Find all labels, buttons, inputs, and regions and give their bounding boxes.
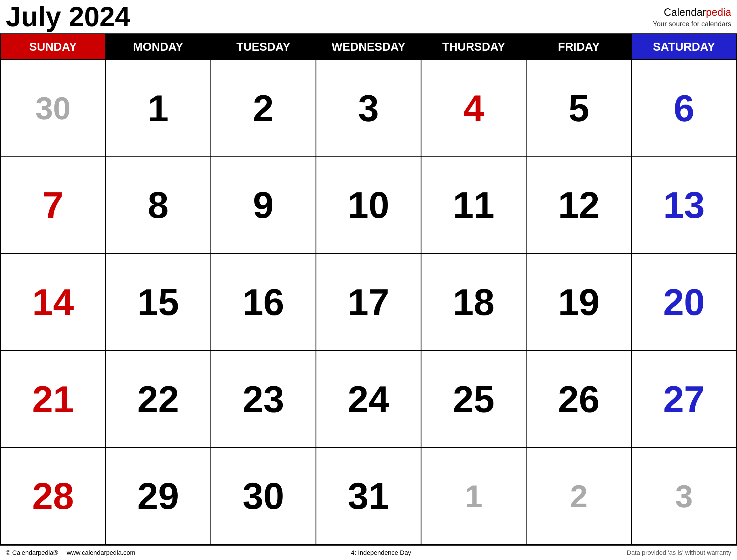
calendar-cell[interactable]: 21 bbox=[1, 351, 106, 448]
calendar-grid: SundayMondayTuesdayWednesdayThursdayFrid… bbox=[0, 33, 737, 545]
footer-disclaimer: Data provided 'as is' without warranty bbox=[627, 549, 731, 557]
calendar-cell[interactable]: 15 bbox=[106, 254, 211, 351]
brand-name: Calendarpedia bbox=[653, 6, 731, 19]
calendar-cell[interactable]: 6 bbox=[632, 60, 737, 157]
calendar-cell[interactable]: 1 bbox=[106, 60, 211, 157]
calendar-cell[interactable]: 13 bbox=[632, 157, 737, 254]
day-header-friday: Friday bbox=[526, 34, 632, 60]
calendar-cell[interactable]: 27 bbox=[632, 351, 737, 448]
calendar-cell[interactable]: 2 bbox=[211, 60, 317, 157]
calendar-cell[interactable]: 12 bbox=[526, 157, 632, 254]
month-title: July 2024 bbox=[6, 3, 130, 31]
calendar-cell[interactable]: 9 bbox=[211, 157, 317, 254]
day-header-tuesday: Tuesday bbox=[211, 34, 317, 60]
footer-website: www.calendarpedia.com bbox=[67, 549, 135, 557]
calendar-cell[interactable]: 18 bbox=[421, 254, 526, 351]
calendar-cell[interactable]: 30 bbox=[211, 448, 317, 545]
day-header-saturday: Saturday bbox=[632, 34, 737, 60]
calendar-cell[interactable]: 10 bbox=[317, 157, 421, 254]
calendar-cell[interactable]: 4 bbox=[421, 60, 526, 157]
calendar-cell[interactable]: 30 bbox=[1, 60, 106, 157]
calendar-cell[interactable]: 7 bbox=[1, 157, 106, 254]
day-headers: SundayMondayTuesdayWednesdayThursdayFrid… bbox=[1, 34, 737, 60]
brand-logo: Calendarpedia Your source for calendars bbox=[653, 3, 731, 28]
calendar-cell[interactable]: 23 bbox=[211, 351, 317, 448]
calendar-cell[interactable]: 14 bbox=[1, 254, 106, 351]
calendar-week-1: 30123456 bbox=[1, 60, 737, 157]
calendar-cell[interactable]: 29 bbox=[106, 448, 211, 545]
calendar-cell[interactable]: 20 bbox=[632, 254, 737, 351]
footer-copyright: © Calendarpedia® bbox=[6, 549, 58, 557]
day-header-sunday: Sunday bbox=[1, 34, 106, 60]
calendar-cell[interactable]: 19 bbox=[526, 254, 632, 351]
calendar-cell[interactable]: 16 bbox=[211, 254, 317, 351]
calendar-cell[interactable]: 3 bbox=[317, 60, 421, 157]
calendar-cell[interactable]: 3 bbox=[632, 448, 737, 545]
header-row: July 2024 Calendarpedia Your source for … bbox=[0, 0, 737, 33]
day-header-thursday: Thursday bbox=[421, 34, 526, 60]
day-header-monday: Monday bbox=[106, 34, 211, 60]
calendar-week-5: 28293031123 bbox=[1, 448, 737, 545]
calendar-cell[interactable]: 24 bbox=[317, 351, 421, 448]
brand-tagline: Your source for calendars bbox=[653, 19, 731, 28]
calendar-cell[interactable]: 22 bbox=[106, 351, 211, 448]
calendar-cell[interactable]: 11 bbox=[421, 157, 526, 254]
calendar-week-3: 14151617181920 bbox=[1, 254, 737, 351]
brand-highlight: pedia bbox=[706, 6, 731, 18]
calendar-cell[interactable]: 8 bbox=[106, 157, 211, 254]
calendar-cell[interactable]: 5 bbox=[526, 60, 632, 157]
day-header-wednesday: Wednesday bbox=[317, 34, 421, 60]
calendar-wrapper: July 2024 Calendarpedia Your source for … bbox=[0, 0, 737, 560]
footer-left: © Calendarpedia® www.calendarpedia.com bbox=[6, 549, 135, 557]
calendar-cell[interactable]: 1 bbox=[421, 448, 526, 545]
calendar-cell[interactable]: 25 bbox=[421, 351, 526, 448]
calendar-cell[interactable]: 26 bbox=[526, 351, 632, 448]
calendar-cell[interactable]: 31 bbox=[317, 448, 421, 545]
calendar-week-4: 21222324252627 bbox=[1, 351, 737, 448]
footer-holiday-note: 4: Independence Day bbox=[351, 549, 411, 557]
calendar-cell[interactable]: 28 bbox=[1, 448, 106, 545]
calendar-week-2: 78910111213 bbox=[1, 157, 737, 254]
calendar-cell[interactable]: 2 bbox=[526, 448, 632, 545]
calendar-weeks: 3012345678910111213141516171819202122232… bbox=[1, 60, 737, 545]
calendar-cell[interactable]: 17 bbox=[317, 254, 421, 351]
footer-row: © Calendarpedia® www.calendarpedia.com 4… bbox=[0, 545, 737, 560]
